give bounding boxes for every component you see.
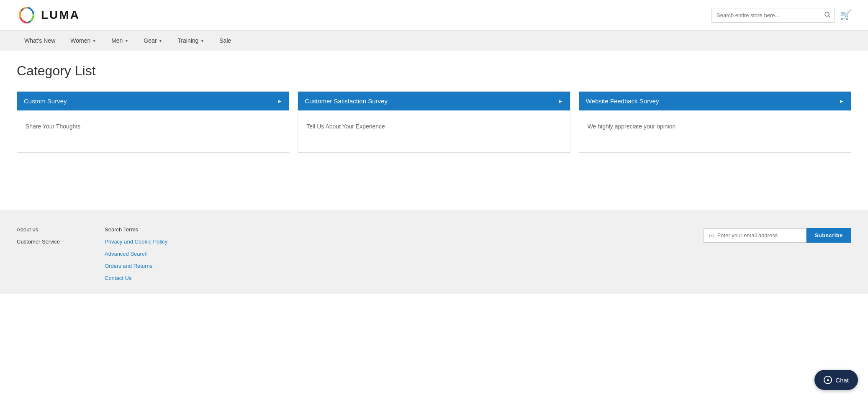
nav-item-women[interactable]: Women ▼ (63, 31, 104, 51)
nav-item-whats-new[interactable]: What's New (17, 31, 63, 51)
category-card-body-satisfaction-survey: Tell Us About Your Experience (298, 110, 570, 152)
category-card-header-feedback-survey: Website Feedback Survey ► (579, 92, 851, 110)
main-content: Category List Custom Survey ► Share Your… (0, 51, 868, 210)
nav-item-gear[interactable]: Gear ▼ (136, 31, 170, 51)
category-card-header-custom-survey: Custom Survey ► (17, 92, 289, 110)
nav-item-training[interactable]: Training ▼ (170, 31, 212, 51)
footer-link-advanced-search[interactable]: Advanced Search (105, 251, 167, 257)
category-card-satisfaction-survey[interactable]: Customer Satisfaction Survey ► Tell Us A… (298, 91, 570, 153)
footer-col-about: About us Customer Service (17, 226, 80, 245)
category-card-custom-survey[interactable]: Custom Survey ► Share Your Thoughts (17, 91, 289, 153)
footer-col-links: Search Terms Privacy and Cookie Policy A… (105, 226, 167, 281)
cart-icon[interactable]: 🛒 (840, 10, 851, 21)
search-icon (824, 12, 830, 18)
footer-link-about[interactable]: About us (17, 226, 80, 233)
svg-line-2 (829, 16, 830, 17)
footer-link-privacy[interactable]: Privacy and Cookie Policy (105, 238, 167, 245)
footer: About us Customer Service Search Terms P… (0, 210, 868, 294)
category-card-feedback-survey[interactable]: Website Feedback Survey ► We highly appr… (579, 91, 851, 153)
header-right: 🛒 (711, 8, 851, 23)
subscribe-button[interactable]: Subscribe (806, 228, 851, 243)
newsletter-email-input[interactable] (717, 232, 801, 238)
search-button[interactable] (820, 8, 835, 22)
envelope-icon: ✉ (709, 232, 714, 239)
search-input[interactable] (711, 9, 820, 22)
newsletter-input-wrap: ✉ (704, 228, 806, 243)
category-card-body-feedback-survey: We highly appreciate your opinion (579, 110, 851, 152)
chevron-down-icon: ▼ (158, 38, 162, 43)
logo-text: LUMA (41, 8, 80, 22)
footer-link-contact[interactable]: Contact Us (105, 275, 167, 281)
logo-icon (17, 5, 37, 25)
category-card-header-satisfaction-survey: Customer Satisfaction Survey ► (298, 92, 570, 110)
category-grid: Custom Survey ► Share Your Thoughts Cust… (17, 91, 851, 153)
arrow-icon: ► (839, 98, 844, 104)
chevron-down-icon: ▼ (200, 38, 204, 43)
nav-item-sale[interactable]: Sale (212, 31, 239, 51)
category-card-body-custom-survey: Share Your Thoughts (17, 110, 289, 152)
arrow-icon: ► (558, 98, 563, 104)
page-title: Category List (17, 63, 851, 79)
search-box[interactable] (711, 8, 835, 23)
logo-area[interactable]: LUMA (17, 5, 80, 25)
arrow-icon: ► (277, 98, 282, 104)
chevron-down-icon: ▼ (92, 38, 96, 43)
chevron-down-icon: ▼ (124, 38, 128, 43)
footer-link-search-terms[interactable]: Search Terms (105, 226, 167, 233)
footer-link-customer-service[interactable]: Customer Service (17, 238, 80, 245)
header: LUMA 🛒 (0, 0, 868, 31)
nav-item-men[interactable]: Men ▼ (104, 31, 136, 51)
nav-bar: What's New Women ▼ Men ▼ Gear ▼ Training… (0, 31, 868, 51)
footer-link-orders-returns[interactable]: Orders and Returns (105, 263, 167, 269)
newsletter-area: ✉ Subscribe (704, 228, 851, 243)
